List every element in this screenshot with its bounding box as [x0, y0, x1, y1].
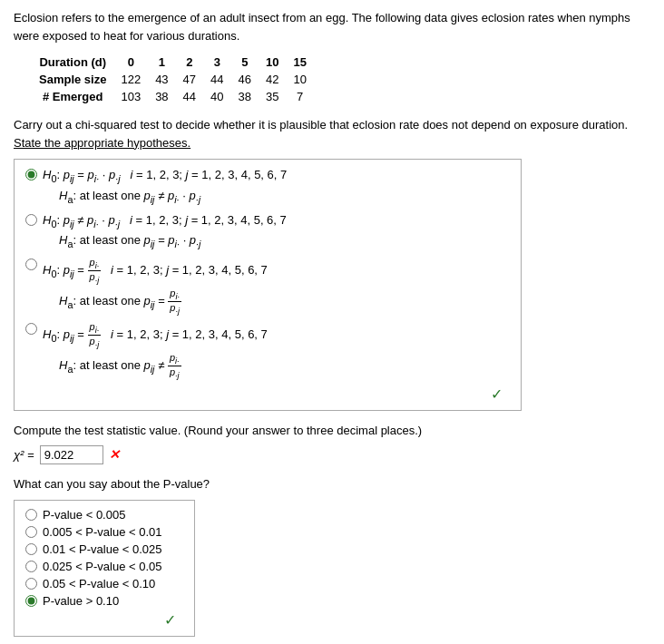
q1-opt2-ha: Ha: at least one pij = pi· · p·j — [59, 232, 287, 251]
q1-option3-content: H0: pij = pi·p·j i = 1, 2, 3; j = 1, 2, … — [43, 257, 268, 316]
table-row-emerged: # Emerged 103 38 44 40 38 35 7 — [32, 88, 314, 105]
q1-option2-content: H0: pij ≠ pi· · p·j i = 1, 2, 3; j = 1, … — [43, 212, 287, 252]
q1-opt3-ha: Ha: at least one pij = pi·p·j — [59, 288, 268, 317]
col-header-5: 5 — [231, 54, 259, 71]
q3-radio6[interactable] — [25, 595, 37, 607]
q3-text: What can you say about the P-value? — [14, 475, 650, 493]
q1-opt1-h0: H0: pij = pi· · p·j i = 1, 2, 3; j = 1, … — [43, 167, 287, 186]
q3-section: What can you say about the P-value? P-va… — [14, 475, 650, 644]
col-header-15: 15 — [286, 54, 313, 71]
data-table: Duration (d) 0 1 2 3 5 10 15 Sample size… — [32, 54, 314, 105]
q1-opt3-h0: H0: pij = pi·p·j i = 1, 2, 3; j = 1, 2, … — [43, 257, 268, 286]
q3-opt2[interactable]: 0.005 < P-value < 0.01 — [25, 525, 183, 539]
q1-checkmark: ✓ — [25, 385, 510, 403]
q1-option1-content: H0: pij = pi· · p·j i = 1, 2, 3; j = 1, … — [43, 167, 287, 207]
chi-label: χ² = — [14, 448, 34, 462]
q1-subtext: State the appropriate hypotheses. — [14, 136, 190, 150]
q1-radio2[interactable] — [25, 214, 37, 226]
q1-radio4[interactable] — [25, 323, 37, 335]
col-header-3: 3 — [203, 54, 230, 71]
q1-text: Carry out a chi-squared test to decide w… — [14, 116, 650, 151]
q3-options-box: P-value < 0.005 0.005 < P-value < 0.01 0… — [14, 500, 195, 637]
table-row-sample: Sample size 122 43 47 44 46 42 10 — [32, 71, 314, 88]
q3-radio1[interactable] — [25, 509, 37, 521]
error-mark: ✕ — [109, 447, 120, 462]
q1-radio3[interactable] — [25, 259, 37, 270]
col-header-duration: Duration (d) — [32, 54, 113, 71]
q3-radio2[interactable] — [25, 526, 37, 538]
sample-label: Sample size — [32, 71, 113, 88]
q1-opt4-ha: Ha: at least one pij ≠ pi·p·j — [59, 352, 268, 381]
q1-option2-row[interactable]: H0: pij ≠ pi· · p·j i = 1, 2, 3; j = 1, … — [25, 212, 510, 252]
q3-opt2-label: 0.005 < P-value < 0.01 — [43, 525, 162, 539]
q3-opt1-label: P-value < 0.005 — [43, 508, 125, 522]
q3-opt5[interactable]: 0.05 < P-value < 0.10 — [25, 577, 183, 590]
q3-radio3[interactable] — [25, 543, 37, 555]
q1-options-box: H0: pij = pi· · p·j i = 1, 2, 3; j = 1, … — [14, 159, 522, 411]
intro-text: Eclosion refers to the emergence of an a… — [14, 9, 650, 44]
q2-text: Compute the test statistic value. (Round… — [14, 422, 650, 440]
q1-radio1[interactable] — [25, 169, 37, 181]
chi-input[interactable] — [40, 445, 103, 464]
q1-option4-row[interactable]: H0: pij = pi·p·j i = 1, 2, 3; j = 1, 2, … — [25, 321, 510, 380]
table-header-row: Duration (d) 0 1 2 3 5 10 15 — [32, 54, 314, 71]
col-header-2: 2 — [176, 54, 203, 71]
q1-opt4-h0: H0: pij = pi·p·j i = 1, 2, 3; j = 1, 2, … — [43, 321, 268, 350]
q3-opt4[interactable]: 0.025 < P-value < 0.05 — [25, 560, 183, 573]
q1-opt1-ha: Ha: at least one pij ≠ pi· · p·j — [59, 188, 287, 207]
q1-option1-row[interactable]: H0: pij = pi· · p·j i = 1, 2, 3; j = 1, … — [25, 167, 510, 207]
col-header-1: 1 — [148, 54, 175, 71]
emerged-label: # Emerged — [32, 88, 113, 105]
chi-input-row: χ² = ✕ — [14, 445, 650, 464]
q1-option4-content: H0: pij = pi·p·j i = 1, 2, 3; j = 1, 2, … — [43, 321, 268, 380]
q3-radio4[interactable] — [25, 561, 37, 572]
q3-opt5-label: 0.05 < P-value < 0.10 — [43, 577, 155, 590]
q3-opt6-label: P-value > 0.10 — [43, 594, 119, 608]
q1-section: Carry out a chi-squared test to decide w… — [14, 116, 650, 422]
q3-opt1[interactable]: P-value < 0.005 — [25, 508, 183, 522]
q2-section: Compute the test statistic value. (Round… — [14, 422, 650, 464]
q3-radio5[interactable] — [25, 578, 37, 590]
q1-opt2-h0: H0: pij ≠ pi· · p·j i = 1, 2, 3; j = 1, … — [43, 212, 287, 231]
q3-opt4-label: 0.025 < P-value < 0.05 — [43, 560, 162, 573]
q3-checkmark: ✓ — [25, 611, 183, 629]
q1-option3-row[interactable]: H0: pij = pi·p·j i = 1, 2, 3; j = 1, 2, … — [25, 257, 510, 316]
col-header-0: 0 — [113, 54, 148, 71]
q3-opt3-label: 0.01 < P-value < 0.025 — [43, 542, 162, 556]
col-header-10: 10 — [259, 54, 286, 71]
q3-opt6[interactable]: P-value > 0.10 — [25, 594, 183, 608]
q3-opt3[interactable]: 0.01 < P-value < 0.025 — [25, 542, 183, 556]
